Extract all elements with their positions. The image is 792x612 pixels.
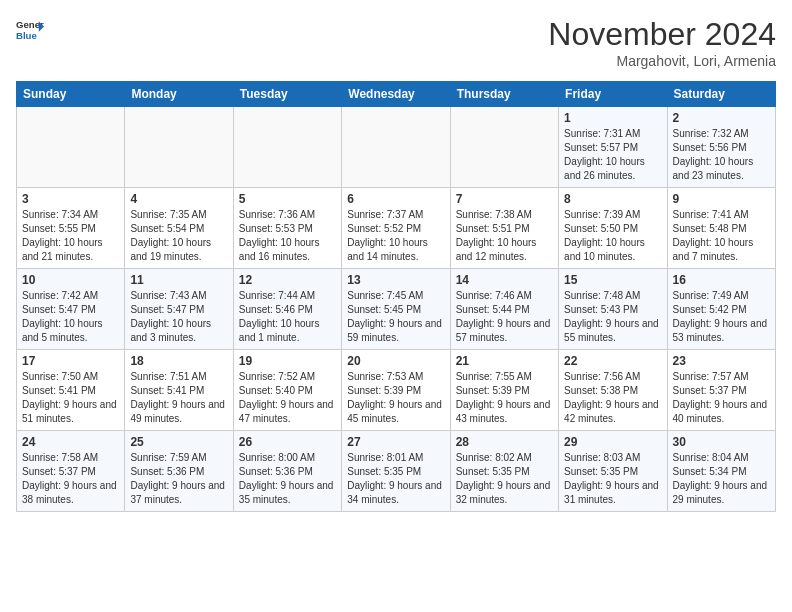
calendar-week-5: 24Sunrise: 7:58 AM Sunset: 5:37 PM Dayli… (17, 431, 776, 512)
calendar-header: SundayMondayTuesdayWednesdayThursdayFrid… (17, 82, 776, 107)
day-number: 14 (456, 273, 553, 287)
day-info: Sunrise: 7:41 AM Sunset: 5:48 PM Dayligh… (673, 208, 770, 264)
calendar-cell: 21Sunrise: 7:55 AM Sunset: 5:39 PM Dayli… (450, 350, 558, 431)
day-number: 24 (22, 435, 119, 449)
day-info: Sunrise: 7:39 AM Sunset: 5:50 PM Dayligh… (564, 208, 661, 264)
day-number: 23 (673, 354, 770, 368)
day-info: Sunrise: 8:00 AM Sunset: 5:36 PM Dayligh… (239, 451, 336, 507)
day-number: 2 (673, 111, 770, 125)
day-info: Sunrise: 7:48 AM Sunset: 5:43 PM Dayligh… (564, 289, 661, 345)
day-info: Sunrise: 7:59 AM Sunset: 5:36 PM Dayligh… (130, 451, 227, 507)
calendar-cell: 6Sunrise: 7:37 AM Sunset: 5:52 PM Daylig… (342, 188, 450, 269)
calendar-cell: 19Sunrise: 7:52 AM Sunset: 5:40 PM Dayli… (233, 350, 341, 431)
calendar-cell (125, 107, 233, 188)
day-number: 27 (347, 435, 444, 449)
calendar-cell: 9Sunrise: 7:41 AM Sunset: 5:48 PM Daylig… (667, 188, 775, 269)
calendar-cell: 1Sunrise: 7:31 AM Sunset: 5:57 PM Daylig… (559, 107, 667, 188)
day-info: Sunrise: 7:45 AM Sunset: 5:45 PM Dayligh… (347, 289, 444, 345)
day-number: 28 (456, 435, 553, 449)
calendar-cell: 20Sunrise: 7:53 AM Sunset: 5:39 PM Dayli… (342, 350, 450, 431)
day-number: 15 (564, 273, 661, 287)
day-number: 13 (347, 273, 444, 287)
calendar-cell: 11Sunrise: 7:43 AM Sunset: 5:47 PM Dayli… (125, 269, 233, 350)
day-info: Sunrise: 7:38 AM Sunset: 5:51 PM Dayligh… (456, 208, 553, 264)
calendar-cell: 27Sunrise: 8:01 AM Sunset: 5:35 PM Dayli… (342, 431, 450, 512)
weekday-header-friday: Friday (559, 82, 667, 107)
day-number: 9 (673, 192, 770, 206)
day-info: Sunrise: 7:52 AM Sunset: 5:40 PM Dayligh… (239, 370, 336, 426)
calendar-week-4: 17Sunrise: 7:50 AM Sunset: 5:41 PM Dayli… (17, 350, 776, 431)
day-number: 11 (130, 273, 227, 287)
day-info: Sunrise: 7:57 AM Sunset: 5:37 PM Dayligh… (673, 370, 770, 426)
calendar-table: SundayMondayTuesdayWednesdayThursdayFrid… (16, 81, 776, 512)
day-info: Sunrise: 7:58 AM Sunset: 5:37 PM Dayligh… (22, 451, 119, 507)
day-info: Sunrise: 7:32 AM Sunset: 5:56 PM Dayligh… (673, 127, 770, 183)
day-number: 5 (239, 192, 336, 206)
calendar-cell (450, 107, 558, 188)
calendar-cell: 30Sunrise: 8:04 AM Sunset: 5:34 PM Dayli… (667, 431, 775, 512)
day-number: 8 (564, 192, 661, 206)
weekday-header-monday: Monday (125, 82, 233, 107)
day-number: 6 (347, 192, 444, 206)
day-info: Sunrise: 7:36 AM Sunset: 5:53 PM Dayligh… (239, 208, 336, 264)
day-info: Sunrise: 7:50 AM Sunset: 5:41 PM Dayligh… (22, 370, 119, 426)
svg-text:Blue: Blue (16, 30, 37, 41)
calendar-cell: 22Sunrise: 7:56 AM Sunset: 5:38 PM Dayli… (559, 350, 667, 431)
calendar-cell: 8Sunrise: 7:39 AM Sunset: 5:50 PM Daylig… (559, 188, 667, 269)
day-info: Sunrise: 8:03 AM Sunset: 5:35 PM Dayligh… (564, 451, 661, 507)
calendar-cell: 24Sunrise: 7:58 AM Sunset: 5:37 PM Dayli… (17, 431, 125, 512)
day-info: Sunrise: 7:35 AM Sunset: 5:54 PM Dayligh… (130, 208, 227, 264)
day-number: 18 (130, 354, 227, 368)
calendar-cell: 16Sunrise: 7:49 AM Sunset: 5:42 PM Dayli… (667, 269, 775, 350)
day-info: Sunrise: 7:46 AM Sunset: 5:44 PM Dayligh… (456, 289, 553, 345)
weekday-header-saturday: Saturday (667, 82, 775, 107)
calendar-cell: 10Sunrise: 7:42 AM Sunset: 5:47 PM Dayli… (17, 269, 125, 350)
month-title: November 2024 (548, 16, 776, 53)
logo: General Blue (16, 16, 44, 44)
weekday-header-wednesday: Wednesday (342, 82, 450, 107)
calendar-week-3: 10Sunrise: 7:42 AM Sunset: 5:47 PM Dayli… (17, 269, 776, 350)
calendar-cell: 7Sunrise: 7:38 AM Sunset: 5:51 PM Daylig… (450, 188, 558, 269)
day-number: 10 (22, 273, 119, 287)
calendar-cell (233, 107, 341, 188)
day-info: Sunrise: 7:51 AM Sunset: 5:41 PM Dayligh… (130, 370, 227, 426)
weekday-header-tuesday: Tuesday (233, 82, 341, 107)
day-info: Sunrise: 8:01 AM Sunset: 5:35 PM Dayligh… (347, 451, 444, 507)
day-info: Sunrise: 8:04 AM Sunset: 5:34 PM Dayligh… (673, 451, 770, 507)
day-number: 29 (564, 435, 661, 449)
calendar-cell: 29Sunrise: 8:03 AM Sunset: 5:35 PM Dayli… (559, 431, 667, 512)
calendar-cell: 25Sunrise: 7:59 AM Sunset: 5:36 PM Dayli… (125, 431, 233, 512)
location: Margahovit, Lori, Armenia (548, 53, 776, 69)
calendar-cell: 26Sunrise: 8:00 AM Sunset: 5:36 PM Dayli… (233, 431, 341, 512)
day-info: Sunrise: 7:49 AM Sunset: 5:42 PM Dayligh… (673, 289, 770, 345)
day-info: Sunrise: 7:31 AM Sunset: 5:57 PM Dayligh… (564, 127, 661, 183)
calendar-cell: 23Sunrise: 7:57 AM Sunset: 5:37 PM Dayli… (667, 350, 775, 431)
weekday-header-thursday: Thursday (450, 82, 558, 107)
day-number: 21 (456, 354, 553, 368)
calendar-body: 1Sunrise: 7:31 AM Sunset: 5:57 PM Daylig… (17, 107, 776, 512)
day-number: 12 (239, 273, 336, 287)
calendar-cell: 28Sunrise: 8:02 AM Sunset: 5:35 PM Dayli… (450, 431, 558, 512)
day-info: Sunrise: 7:42 AM Sunset: 5:47 PM Dayligh… (22, 289, 119, 345)
day-number: 16 (673, 273, 770, 287)
calendar-cell (17, 107, 125, 188)
weekday-row: SundayMondayTuesdayWednesdayThursdayFrid… (17, 82, 776, 107)
day-number: 3 (22, 192, 119, 206)
day-number: 17 (22, 354, 119, 368)
calendar-cell (342, 107, 450, 188)
calendar-cell: 14Sunrise: 7:46 AM Sunset: 5:44 PM Dayli… (450, 269, 558, 350)
day-info: Sunrise: 7:34 AM Sunset: 5:55 PM Dayligh… (22, 208, 119, 264)
calendar-cell: 3Sunrise: 7:34 AM Sunset: 5:55 PM Daylig… (17, 188, 125, 269)
calendar-cell: 18Sunrise: 7:51 AM Sunset: 5:41 PM Dayli… (125, 350, 233, 431)
day-number: 30 (673, 435, 770, 449)
day-number: 26 (239, 435, 336, 449)
day-info: Sunrise: 7:53 AM Sunset: 5:39 PM Dayligh… (347, 370, 444, 426)
day-info: Sunrise: 7:37 AM Sunset: 5:52 PM Dayligh… (347, 208, 444, 264)
title-block: November 2024 Margahovit, Lori, Armenia (548, 16, 776, 69)
day-number: 25 (130, 435, 227, 449)
calendar-week-2: 3Sunrise: 7:34 AM Sunset: 5:55 PM Daylig… (17, 188, 776, 269)
day-number: 4 (130, 192, 227, 206)
calendar-cell: 17Sunrise: 7:50 AM Sunset: 5:41 PM Dayli… (17, 350, 125, 431)
day-info: Sunrise: 8:02 AM Sunset: 5:35 PM Dayligh… (456, 451, 553, 507)
calendar-cell: 15Sunrise: 7:48 AM Sunset: 5:43 PM Dayli… (559, 269, 667, 350)
